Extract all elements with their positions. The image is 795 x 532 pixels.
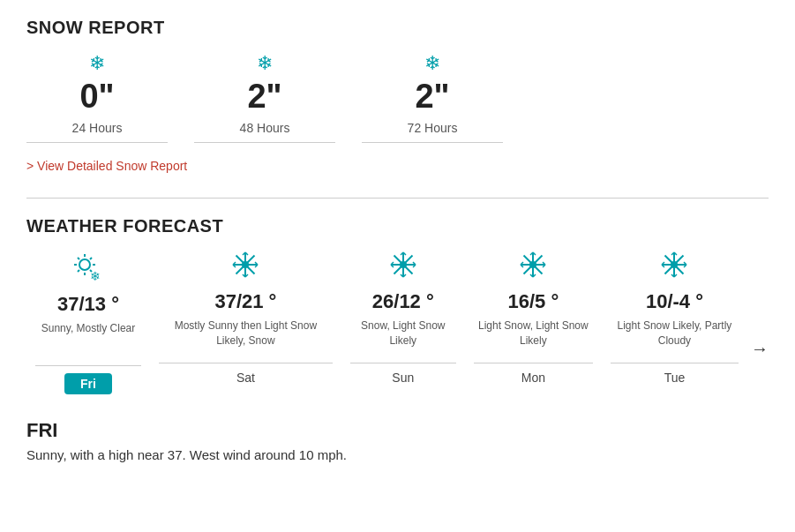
snow-item-2: ❄ 2" 72 Hours — [362, 52, 503, 143]
weather-temp-fri: 37/13 ° — [57, 293, 119, 316]
weather-day-sun: 26/12 ° Snow, Light Snow Likely Sun — [341, 251, 465, 385]
weather-day-label-tue[interactable]: Tue — [664, 371, 686, 385]
snow-report-grid: ❄ 0" 24 Hours ❄ 2" 48 Hours ❄ 2" 72 Hour… — [26, 52, 769, 143]
snowflake-icon-1: ❄ — [257, 52, 273, 75]
snow-item-1: ❄ 2" 48 Hours — [194, 52, 335, 143]
day-divider-sun — [350, 363, 456, 363]
weather-desc-fri: Sunny, Mostly Clear — [41, 321, 135, 358]
weather-day-label-sat[interactable]: Sat — [236, 371, 255, 385]
snow-label-0: 24 Hours — [72, 121, 123, 135]
weather-day-tue: 10/-4 ° Light Snow Likely, Partly Cloudy… — [602, 251, 747, 385]
weather-day-label-mon[interactable]: Mon — [521, 371, 545, 385]
section-divider — [26, 198, 769, 199]
day-divider-mon — [474, 363, 593, 363]
snow-amount-1: 2" — [247, 79, 281, 116]
day-divider-fri — [35, 365, 141, 366]
weather-temp-sun: 26/12 ° — [372, 290, 434, 313]
weather-icon-sun — [389, 251, 417, 283]
svg-line-7 — [90, 258, 92, 259]
snow-label-1: 48 Hours — [240, 121, 290, 135]
snowflake-icon-2: ❄ — [424, 52, 440, 75]
weather-temp-sat: 37/21 ° — [214, 290, 276, 313]
snowflake-icon-0: ❄ — [89, 52, 105, 75]
weather-desc-sat: Mostly Sunny then Light Snow Likely, Sno… — [159, 318, 333, 356]
weather-icon-sat — [231, 251, 259, 283]
svg-line-5 — [78, 258, 79, 259]
weather-temp-tue: 10/-4 ° — [646, 290, 703, 313]
svg-point-27 — [400, 261, 407, 268]
weather-desc-mon: Light Snow, Light Snow Likely — [474, 318, 593, 356]
svg-point-14 — [242, 261, 249, 268]
fri-detail-title: FRI — [26, 419, 769, 442]
fri-detail-section: FRI Sunny, with a high near 37. West win… — [26, 416, 769, 462]
weather-day-label-fri[interactable]: Fri — [64, 373, 112, 394]
svg-point-40 — [529, 261, 536, 268]
weather-day-fri: ❄ 37/13 ° Sunny, Mostly Clear Fri — [26, 251, 150, 394]
day-divider-tue — [611, 363, 739, 363]
svg-point-53 — [671, 261, 678, 268]
weather-forecast-title: WEATHER FORECAST — [26, 216, 769, 236]
weather-icon-tue — [660, 251, 688, 283]
day-divider-sat — [159, 363, 333, 363]
snow-amount-0: 0" — [79, 79, 114, 116]
view-detailed-snow-report-link[interactable]: > View Detailed Snow Report — [26, 159, 187, 173]
weather-temp-mon: 16/5 ° — [507, 290, 559, 313]
snow-amount-2: 2" — [415, 79, 449, 116]
snow-report-title: SNOW REPORT — [26, 18, 769, 38]
next-days-arrow[interactable]: → — [751, 339, 769, 359]
weather-forecast-grid: ❄ 37/13 ° Sunny, Mostly Clear Fri — [26, 251, 769, 394]
weather-day-sat: 37/21 ° Mostly Sunny then Light Snow Lik… — [150, 251, 341, 385]
snow-item-0: ❄ 0" 24 Hours — [26, 52, 168, 143]
weather-day-label-sun[interactable]: Sun — [392, 371, 414, 385]
weather-icon-mon — [519, 251, 547, 283]
snow-label-2: 72 Hours — [408, 121, 458, 135]
weather-icon-fri: ❄ — [72, 251, 104, 286]
weather-day-mon: 16/5 ° Light Snow, Light Snow Likely Mon — [465, 251, 602, 385]
weather-desc-sun: Snow, Light Snow Likely — [350, 318, 456, 356]
svg-line-8 — [78, 270, 79, 272]
weather-desc-tue: Light Snow Likely, Partly Cloudy — [611, 318, 739, 356]
svg-point-0 — [79, 259, 90, 270]
svg-text:❄: ❄ — [90, 269, 101, 282]
fri-detail-description: Sunny, with a high near 37. West wind ar… — [26, 447, 769, 462]
